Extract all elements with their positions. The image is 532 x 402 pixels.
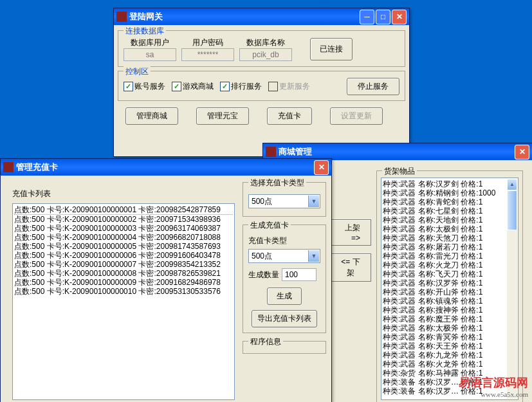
- db-pwd-label: 用户密码: [192, 37, 223, 48]
- db-group: 连接数据库 数据库用户 用户密码 数据库名称 已连接: [118, 30, 405, 67]
- minimize-button[interactable]: ─: [360, 10, 374, 24]
- shelf-items-group: 货架物品 种类:武器 名称:汉罗剑 价格:1种类:武器 名称:精钢剑 价格:10…: [376, 170, 523, 402]
- list-item[interactable]: 种类:武器 名称:天王斧 价格:1: [383, 342, 517, 351]
- db-user-input[interactable]: [124, 48, 176, 61]
- gateway-titlebar: 登陆网关 ─ □ ✕: [114, 8, 409, 25]
- list-item[interactable]: 点数:500 卡号:K-200900100000001 卡密:200982542…: [14, 205, 233, 215]
- list-item[interactable]: 种类:武器 名称:精钢剑 价格:1000: [383, 188, 517, 197]
- chevron-down-icon: ▼: [308, 250, 319, 262]
- control-group-title: 控制区: [124, 66, 151, 77]
- export-button[interactable]: 导出充值卡列表: [252, 310, 317, 327]
- close-button[interactable]: ✕: [515, 145, 529, 160]
- list-item[interactable]: 点数:500 卡号:K-200900100000002 卡密:200971534…: [14, 215, 233, 224]
- list-item[interactable]: 种类:武器 名称:搜神斧 价格:1: [383, 306, 517, 315]
- card-list-title: 充值卡列表: [12, 189, 51, 198]
- list-item[interactable]: 种类:武器 名称:屠若刀 价格:1: [383, 242, 517, 251]
- list-item[interactable]: 种类:武器 名称:火龙斧 价格:1: [383, 360, 517, 369]
- gen-card-title: 生成充值卡: [248, 220, 291, 231]
- list-item[interactable]: 点数:500 卡号:K-200900100000009 卡密:200916829…: [14, 278, 233, 287]
- list-item[interactable]: 种类:武器 名称:太极斧 价格:1: [383, 324, 517, 333]
- db-user-label: 数据库用户: [131, 37, 169, 48]
- list-item[interactable]: 种类:武器 名称:火龙刀 价格:1: [383, 260, 517, 270]
- manage-mall-button[interactable]: 管理商城: [125, 107, 178, 125]
- list-item[interactable]: 点数:500 卡号:K-200900100000008 卡密:200987826…: [14, 269, 233, 278]
- close-button[interactable]: ✕: [392, 10, 407, 24]
- gen-count-input[interactable]: [282, 268, 316, 281]
- list-item[interactable]: 种类:武器 名称:天地剑 价格:1: [383, 215, 517, 224]
- list-item[interactable]: 种类:武器 名称:雷光刀 价格:1: [383, 251, 517, 260]
- connected-button[interactable]: 已连接: [310, 38, 353, 60]
- shelf-down-button[interactable]: <= 下架: [330, 253, 371, 282]
- set-update-button[interactable]: 设置更新: [330, 107, 383, 125]
- gen-card-group: 生成充值卡 充值卡类型 500点▼ 生成数量 生成 导出充值卡列表: [243, 224, 326, 333]
- cb-mall[interactable]: ✓游戏商城: [172, 81, 214, 92]
- db-name-input[interactable]: [239, 48, 292, 61]
- list-item[interactable]: 点数:500 卡号:K-200900100000006 卡密:200991606…: [14, 251, 233, 260]
- gateway-title: 登陆网关: [129, 11, 163, 23]
- mall-title: 商城管理: [279, 146, 312, 158]
- maximize-button[interactable]: □: [376, 10, 390, 24]
- watermark: 易语言源码网 www.e5a5x.com: [459, 375, 528, 398]
- card-type-group: 选择充值卡类型 500点▼: [243, 182, 326, 217]
- db-group-title: 连接数据库: [124, 26, 166, 37]
- list-item[interactable]: 点数:500 卡号:K-200900100000005 卡密:200981743…: [14, 242, 233, 251]
- card-type-title: 选择充值卡类型: [248, 178, 306, 188]
- list-item[interactable]: 种类:武器 名称:天煞刀 价格:1: [383, 233, 517, 242]
- list-item[interactable]: 点数:500 卡号:K-200900100000010 卡密:200953130…: [14, 287, 233, 296]
- stop-service-button[interactable]: 停止服务: [347, 78, 399, 95]
- card-window: 管理充值卡 ✕ 充值卡列表 点数:500 卡号:K-20090010000000…: [0, 158, 332, 402]
- card-title: 管理充值卡: [16, 161, 58, 173]
- info-group: 程序信息: [243, 341, 326, 354]
- scroll-up-button[interactable]: ▲: [507, 179, 517, 190]
- list-item[interactable]: 种类:武器 名称:太极剑 价格:1: [383, 224, 517, 233]
- list-item[interactable]: 种类:武器 名称:汉罗斧 价格:1: [383, 279, 517, 288]
- list-item[interactable]: 点数:500 卡号:K-200900100000004 卡密:200966820…: [14, 233, 233, 242]
- list-item[interactable]: 种类:武器 名称:魔王斧 价格:1: [383, 315, 517, 324]
- shelf-items-list[interactable]: 种类:武器 名称:汉罗剑 价格:1种类:武器 名称:精钢剑 价格:1000种类:…: [381, 178, 518, 400]
- chevron-down-icon: ▼: [308, 196, 319, 207]
- card-titlebar: 管理充值卡 ✕: [1, 159, 331, 176]
- cb-rank[interactable]: ✓排行服务: [220, 81, 262, 92]
- app-icon: [116, 12, 127, 22]
- gen-count-label: 生成数量: [248, 270, 279, 280]
- db-pwd-input[interactable]: [181, 48, 234, 61]
- list-item[interactable]: 种类:武器 名称:青冥斧 价格:1: [383, 333, 517, 342]
- gateway-window: 登陆网关 ─ □ ✕ 连接数据库 数据库用户 用户密码 数据库名称 已连接 控制…: [113, 8, 410, 157]
- card-list-group: 充值卡列表 点数:500 卡号:K-200900100000001 卡密:200…: [7, 182, 240, 399]
- manage-gold-button[interactable]: 管理元宝: [196, 107, 249, 125]
- generate-button[interactable]: 生成: [267, 288, 302, 305]
- list-item[interactable]: 种类:武器 名称:飞天刀 价格:1: [383, 270, 517, 279]
- list-item[interactable]: 种类:武器 名称:开山斧 价格:1: [383, 288, 517, 297]
- cb-account[interactable]: ✓账号服务: [124, 81, 165, 92]
- list-item[interactable]: 点数:500 卡号:K-200900100000007 卡密:200998354…: [14, 260, 233, 269]
- scroll-thumb[interactable]: [507, 190, 517, 230]
- list-item[interactable]: 种类:武器 名称:九龙斧 价格:1: [383, 351, 517, 360]
- scrollbar[interactable]: ▲: [507, 179, 517, 399]
- gen-type-select[interactable]: 500点▼: [248, 249, 320, 263]
- info-title: 程序信息: [248, 336, 283, 347]
- gen-type-label: 充值卡类型: [248, 235, 320, 246]
- app-icon: [3, 162, 14, 172]
- list-item[interactable]: 种类:武器 名称:七星剑 价格:1: [383, 206, 517, 215]
- app-icon: [266, 147, 276, 157]
- list-item[interactable]: 点数:500 卡号:K-200900100000003 卡密:200963174…: [14, 224, 233, 233]
- shelf-items-title: 货架物品: [382, 166, 417, 177]
- close-button[interactable]: ✕: [314, 160, 329, 175]
- list-item[interactable]: 种类:武器 名称:镇魂斧 价格:1: [383, 297, 517, 306]
- card-button[interactable]: 充值卡: [267, 107, 312, 125]
- shelf-up-button[interactable]: 上架 =>: [330, 219, 371, 246]
- list-item[interactable]: 种类:武器 名称:汉罗剑 价格:1: [383, 179, 517, 188]
- list-item[interactable]: 种类:武器 名称:青蛇剑 价格:1: [383, 197, 517, 206]
- cb-update[interactable]: ✓更新服务: [268, 81, 310, 92]
- card-list[interactable]: 点数:500 卡号:K-200900100000001 卡密:200982542…: [12, 203, 235, 400]
- control-group: 控制区 ✓账号服务 ✓游戏商城 ✓排行服务 ✓更新服务 停止服务: [118, 71, 405, 101]
- card-type-select[interactable]: 500点▼: [248, 194, 320, 208]
- db-name-label: 数据库名称: [246, 37, 285, 48]
